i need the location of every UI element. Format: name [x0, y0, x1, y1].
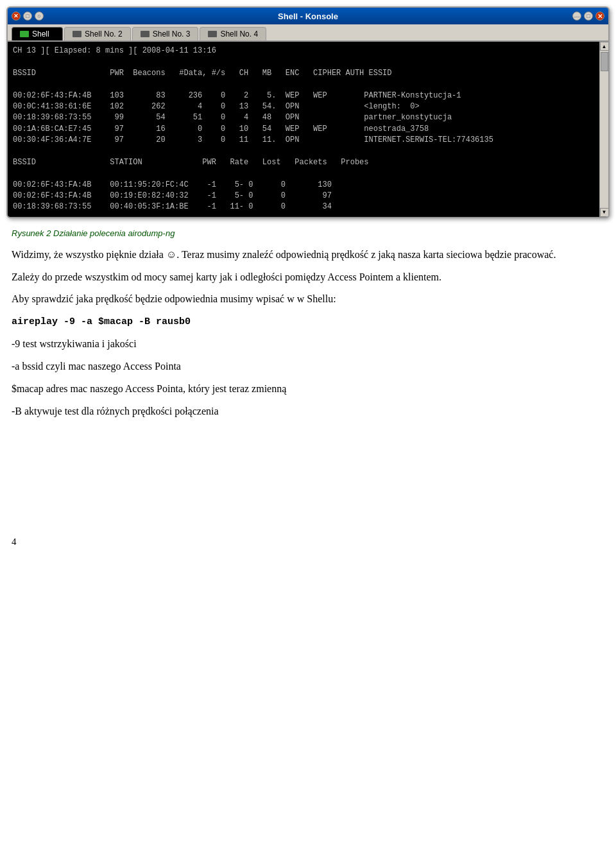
scroll-thumb[interactable]	[601, 52, 608, 71]
terminal-text: CH 13 ][ Elapsed: 8 mins ][ 2008-04-11 1…	[13, 46, 594, 213]
paragraph-3-text: Aby sprawdzić jaka prędkość będzie odpow…	[12, 293, 336, 304]
paragraph-2-text: Zależy do przede wszystkim od mocy samej…	[12, 271, 441, 282]
window-wrapper: ✕ □ ○ Shell - Konsole — □ ✕ Shell Shell …	[0, 0, 616, 218]
tab-shell-4[interactable]: Shell No. 4	[200, 27, 266, 40]
tab-shell-2-label: Shell No. 2	[85, 30, 123, 39]
scroll-up-arrow[interactable]: ▲	[600, 42, 609, 51]
terminal-output[interactable]: CH 13 ][ Elapsed: 8 mins ][ 2008-04-11 1…	[8, 42, 599, 217]
code-block: aireplay -9 -a $macap -B rausb0	[12, 316, 604, 327]
tab-shell-1-icon	[20, 31, 29, 37]
terminal-window: ✕ □ ○ Shell - Konsole — □ ✕ Shell Shell …	[6, 6, 610, 218]
titlebar: ✕ □ ○ Shell - Konsole — □ ✕	[8, 8, 608, 24]
tab-shell-2-icon	[73, 31, 81, 37]
figure-caption: Rysunek 2 Działanie polecenia airodump-n…	[12, 228, 604, 238]
titlebar-right-buttons: — □ ✕	[572, 12, 604, 21]
paragraph-1: Widzimy, że wszystko pięknie działa ☺. T…	[12, 247, 604, 263]
win-close-button[interactable]: ✕	[595, 12, 604, 21]
bullet-2: -a bssid czyli mac naszego Access Pointa	[12, 359, 604, 375]
page-number: 4	[12, 537, 17, 547]
tab-shell-3[interactable]: Shell No. 3	[132, 27, 199, 40]
minimize-button[interactable]: □	[23, 12, 32, 21]
window-title: Shell - Konsole	[278, 12, 338, 21]
page-content: Rysunek 2 Działanie polecenia airodump-n…	[0, 218, 616, 561]
win-maximize-button[interactable]: □	[584, 12, 593, 21]
paragraph-2: Zależy do przede wszystkim od mocy samej…	[12, 270, 604, 286]
win-minimize-button[interactable]: —	[572, 12, 581, 21]
paragraph-1-text: Widzimy, że wszystko pięknie działa ☺. T…	[12, 249, 556, 260]
tab-shell-3-icon	[141, 31, 150, 37]
tab-shell-4-icon	[208, 31, 217, 37]
bullet-3: $macap adres mac naszego Access Pointa, …	[12, 381, 604, 397]
titlebar-left-buttons: ✕ □ ○	[12, 12, 44, 21]
tab-shell-4-label: Shell No. 4	[220, 30, 258, 39]
restore-button[interactable]: ○	[35, 12, 44, 21]
tab-shell-1[interactable]: Shell	[12, 27, 63, 40]
paragraph-3: Aby sprawdzić jaka prędkość będzie odpow…	[12, 291, 604, 307]
terminal-container: CH 13 ][ Elapsed: 8 mins ][ 2008-04-11 1…	[8, 42, 608, 217]
tab-shell-2[interactable]: Shell No. 2	[64, 27, 131, 40]
tab-shell-3-label: Shell No. 3	[153, 30, 191, 39]
tabbar: Shell Shell No. 2 Shell No. 3 Shell No. …	[8, 24, 608, 42]
tab-shell-1-label: Shell	[32, 30, 49, 39]
scroll-down-arrow[interactable]: ▼	[600, 208, 609, 217]
terminal-scrollbar[interactable]: ▲ ▼	[599, 42, 608, 217]
bullet-4: -B aktywuje test dla różnych prędkości p…	[12, 404, 604, 420]
close-button[interactable]: ✕	[12, 12, 21, 21]
bullet-1: -9 test wstrzykiwania i jakości	[12, 336, 604, 352]
